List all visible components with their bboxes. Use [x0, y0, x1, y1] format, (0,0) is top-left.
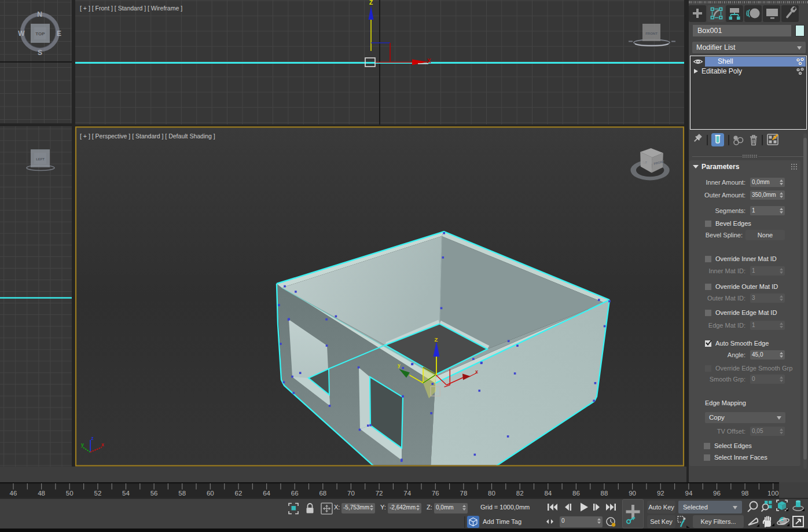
svg-text:56: 56 — [150, 490, 158, 497]
svg-text::::T: :::T — [642, 160, 647, 164]
svg-text:62: 62 — [235, 490, 243, 497]
svg-text:48: 48 — [38, 490, 45, 497]
svg-text:68: 68 — [319, 490, 326, 497]
svg-text:66: 66 — [291, 490, 299, 497]
svg-text:74: 74 — [403, 490, 411, 497]
svg-text:76: 76 — [432, 490, 439, 497]
svg-text:82: 82 — [516, 490, 524, 497]
svg-text:80: 80 — [488, 490, 495, 497]
svg-text:54: 54 — [122, 490, 130, 497]
svg-text:92: 92 — [657, 490, 664, 497]
svg-text:x: x — [101, 442, 104, 447]
svg-text:58: 58 — [178, 490, 186, 497]
svg-text:y: y — [81, 442, 84, 447]
svg-text:64: 64 — [263, 490, 270, 497]
svg-text:S: S — [38, 49, 42, 57]
svg-text:y: y — [398, 362, 401, 368]
svg-text:[ + ] [ Front ] [ Standard ] [: [ + ] [ Front ] [ Standard ] [ Wireframe… — [80, 5, 182, 12]
svg-text:Z: Z — [369, 0, 373, 6]
svg-text:W: W — [18, 30, 25, 38]
svg-text:x: x — [475, 369, 478, 375]
svg-text:88: 88 — [601, 490, 608, 497]
svg-text:70: 70 — [347, 490, 355, 497]
svg-text:86: 86 — [572, 490, 580, 497]
svg-text:60: 60 — [207, 490, 214, 497]
svg-text:TOP: TOP — [35, 31, 45, 36]
svg-text:E: E — [57, 30, 61, 38]
svg-text:[ + ] [ Perspective ] [ Standa: [ + ] [ Perspective ] [ Standard ] [ Def… — [80, 133, 215, 140]
svg-text:46: 46 — [10, 490, 17, 497]
svg-text:50: 50 — [66, 490, 74, 497]
svg-text:94: 94 — [685, 490, 693, 497]
svg-text:72: 72 — [376, 490, 383, 497]
svg-text:98: 98 — [741, 490, 749, 497]
svg-text:84: 84 — [544, 490, 552, 497]
svg-text:X: X — [427, 58, 431, 64]
svg-text:100: 100 — [767, 490, 778, 497]
svg-text:Z: Z — [435, 336, 438, 343]
svg-text:N: N — [37, 10, 42, 19]
svg-text:z: z — [91, 435, 94, 441]
svg-text:78: 78 — [460, 490, 468, 497]
svg-text:96: 96 — [713, 490, 721, 497]
svg-text:90: 90 — [629, 490, 636, 497]
svg-text:FRONT: FRONT — [645, 32, 658, 35]
svg-text:52: 52 — [94, 490, 102, 497]
svg-text:LEFT: LEFT — [36, 157, 45, 161]
